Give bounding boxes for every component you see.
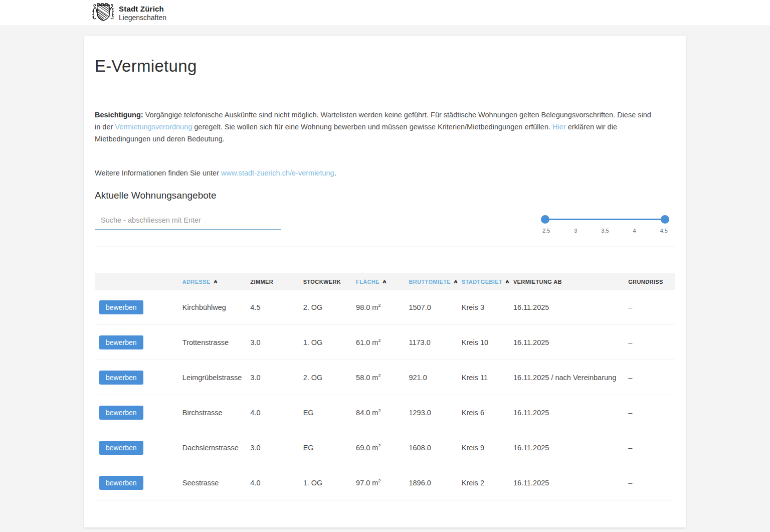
table-row: bewerben Birchstrasse 4.0 EG 84.0 m2 129… (95, 395, 675, 430)
table-row: bewerben Trottenstrasse 3.0 1. OG 61.0 m… (95, 325, 675, 360)
top-bar: Stadt Zürich Liegenschaften (0, 0, 770, 26)
cell-flaeche: 98.0 m2 (356, 303, 409, 311)
slider-tick-label: 2.5 (542, 228, 550, 234)
column-header-adresse[interactable]: ADRESSE∧ (182, 279, 250, 285)
cell-stockwerk: EG (303, 444, 356, 452)
cell-stadtgebiet: Kreis 11 (462, 374, 513, 382)
intro-text-2: geregelt. Sie wollen sich für eine Wohnu… (192, 123, 552, 131)
cell-adresse: Leimgrübelstrasse (182, 374, 250, 382)
cell-stockwerk: 2. OG (303, 303, 356, 311)
content-card: E-Vermietung Besichtigung: Vorgängige te… (84, 36, 686, 527)
table-row: bewerben Dachslernstrasse 3.0 EG 69.0 m2… (95, 430, 675, 465)
apply-button[interactable]: bewerben (99, 476, 143, 490)
slider-tick-labels: 2.533.544.5 (541, 228, 669, 234)
table-row: bewerben Leimgrübelstrasse 3.0 2. OG 58.… (95, 360, 675, 395)
cell-adresse: Kirchbühlweg (182, 303, 250, 311)
cell-flaeche: 61.0 m2 (356, 338, 409, 346)
more-info-text: Weitere Informationen finden Sie unter (95, 169, 221, 177)
cell-zimmer: 3.0 (250, 444, 303, 452)
cell-vermietung-ab: 16.11.2025 (513, 409, 628, 417)
cell-vermietung-ab: 16.11.2025 (513, 479, 628, 487)
cell-grundriss: – (628, 374, 675, 382)
stadt-zuerich-logo[interactable]: Stadt Zürich Liegenschaften (92, 3, 166, 24)
apply-button[interactable]: bewerben (99, 371, 143, 385)
divider-line (95, 247, 675, 247)
rooms-range-slider: 2.533.544.5 (541, 212, 669, 234)
cell-bruttomiete: 1507.0 (409, 303, 461, 311)
cell-vermietung-ab: 16.11.2025 (513, 338, 628, 346)
logo-text: Stadt Zürich Liegenschaften (119, 5, 166, 22)
cell-bruttomiete: 921.0 (409, 374, 461, 382)
apply-button[interactable]: bewerben (99, 335, 143, 349)
filter-row: 2.533.544.5 (95, 212, 675, 234)
logo-subtitle: Liegenschaften (119, 14, 166, 22)
cell-flaeche: 84.0 m2 (356, 408, 409, 417)
apply-button[interactable]: bewerben (99, 441, 143, 455)
cell-zimmer: 4.0 (250, 409, 303, 417)
coat-of-arms-icon (92, 3, 115, 24)
cell-adresse: Trottenstrasse (182, 338, 250, 346)
cell-bruttomiete: 1896.0 (409, 479, 461, 487)
apply-button[interactable]: bewerben (99, 300, 143, 314)
cell-zimmer: 3.0 (250, 338, 303, 346)
cell-stadtgebiet: Kreis 2 (462, 479, 513, 487)
section-title: Aktuelle Wohnungsangebote (95, 190, 675, 201)
cell-bruttomiete: 1608.0 (409, 444, 461, 452)
cell-zimmer: 4.5 (250, 303, 303, 311)
cell-flaeche: 97.0 m2 (356, 478, 409, 487)
page-title: E-Vermietung (95, 57, 675, 76)
cell-stockwerk: 1. OG (303, 338, 356, 346)
column-header-zimmer[interactable]: ZIMMER (250, 279, 303, 285)
search-input[interactable] (95, 212, 281, 230)
cell-vermietung-ab: 16.11.2025 / nach Vereinbarung (513, 374, 628, 382)
column-header-stadtgebiet[interactable]: STADTGEBIET∧ (462, 279, 513, 285)
cell-flaeche: 58.0 m2 (356, 373, 409, 382)
intro-paragraph: Besichtigung: Vorgängige telefonische Au… (95, 109, 659, 145)
cell-zimmer: 3.0 (250, 374, 303, 382)
cell-stadtgebiet: Kreis 9 (462, 444, 513, 452)
table-row: bewerben Kirchbühlweg 4.5 2. OG 98.0 m2 … (95, 290, 675, 325)
cell-adresse: Seestrasse (182, 479, 250, 487)
cell-adresse: Birchstrasse (182, 409, 250, 417)
slider-handle-low[interactable] (541, 215, 549, 224)
slider-tick-label: 4.5 (660, 228, 668, 234)
cell-grundriss: – (628, 479, 675, 487)
table-header-row: ADRESSE∧ZIMMERSTOCKWERKFLÄCHE∧BRUTTOMIET… (95, 273, 675, 290)
e-vermietung-link[interactable]: www.stadt-zuerich.ch/e-vermietung (221, 169, 334, 177)
cell-grundriss: – (628, 303, 675, 311)
slider-tick-label: 3 (574, 228, 577, 234)
column-header-vermietung-ab[interactable]: VERMIETUNG AB (513, 279, 628, 285)
cell-stadtgebiet: Kreis 10 (462, 338, 513, 346)
slider-tick-label: 3.5 (601, 228, 609, 234)
cell-zimmer: 4.0 (250, 479, 303, 487)
cell-bruttomiete: 1173.0 (409, 338, 461, 346)
more-info-line: Weitere Informationen finden Sie unter w… (95, 169, 675, 177)
table-row: bewerben Seestrasse 4.0 1. OG 97.0 m2 18… (95, 465, 675, 500)
column-header-stockwerk[interactable]: STOCKWERK (303, 279, 356, 285)
intro-bold-label: Besichtigung: (95, 111, 143, 119)
cell-stockwerk: 2. OG (303, 374, 356, 382)
cell-vermietung-ab: 16.11.2025 (513, 444, 628, 452)
column-header-bruttomiete[interactable]: BRUTTOMIETE∧ (409, 279, 461, 285)
cell-flaeche: 69.0 m2 (356, 443, 409, 452)
slider-track[interactable] (545, 219, 665, 220)
sort-ascending-icon: ∧ (381, 279, 388, 284)
vermietungsverordnung-link[interactable]: Vermietungsverordnung (115, 123, 192, 131)
cell-grundriss: – (628, 409, 675, 417)
logo-title: Stadt Zürich (119, 5, 166, 13)
apply-button[interactable]: bewerben (99, 406, 143, 420)
sort-ascending-icon: ∧ (453, 279, 459, 284)
cell-stadtgebiet: Kreis 3 (462, 303, 513, 311)
cell-stockwerk: 1. OG (303, 479, 356, 487)
hier-link[interactable]: Hier (552, 123, 566, 131)
cell-bruttomiete: 1293.0 (409, 409, 461, 417)
table-body: bewerben Kirchbühlweg 4.5 2. OG 98.0 m2 … (95, 290, 675, 500)
column-header-grundriss[interactable]: GRUNDRISS (628, 279, 675, 285)
column-header-fl-che[interactable]: FLÄCHE∧ (356, 279, 409, 285)
cell-vermietung-ab: 16.11.2025 (513, 303, 628, 311)
cell-grundriss: – (628, 338, 675, 346)
slider-handle-high[interactable] (661, 215, 669, 224)
slider-tick-label: 4 (633, 228, 636, 234)
cell-stockwerk: EG (303, 409, 356, 417)
cell-adresse: Dachslernstrasse (182, 444, 250, 452)
